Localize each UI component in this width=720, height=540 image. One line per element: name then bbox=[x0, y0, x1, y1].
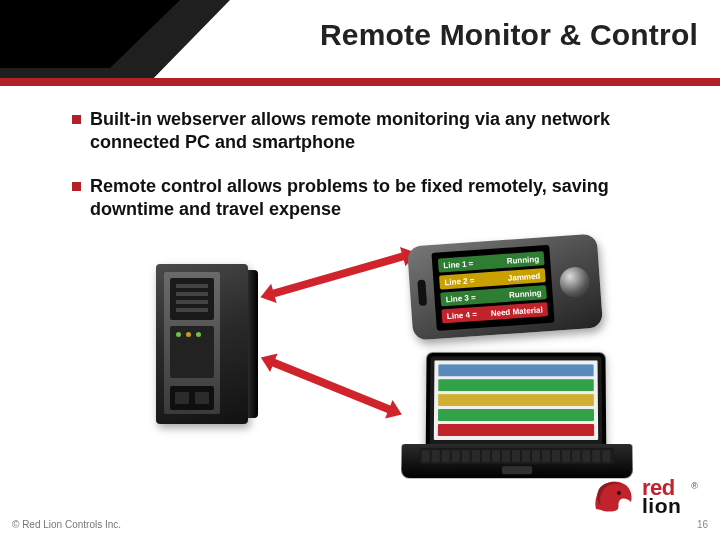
status-label: Line 4 = bbox=[447, 310, 478, 321]
bullet-text: Built-in webserver allows remote monitor… bbox=[90, 108, 650, 153]
status-value: Jammed bbox=[508, 271, 541, 282]
bullet-item: Built-in webserver allows remote monitor… bbox=[90, 108, 650, 153]
lion-icon bbox=[593, 479, 633, 513]
trackpad-icon bbox=[502, 466, 532, 474]
phone-screen: Line 1 =Running Line 2 =Jammed Line 3 =R… bbox=[431, 245, 554, 331]
logo-text-lion: lion bbox=[642, 497, 681, 514]
status-value: Running bbox=[509, 288, 542, 299]
keyboard-icon bbox=[420, 448, 615, 464]
registered-mark: ® bbox=[691, 481, 698, 491]
diagram: Line 1 =Running Line 2 =Jammed Line 3 =R… bbox=[120, 248, 640, 478]
status-bar bbox=[438, 424, 594, 436]
laptop-image bbox=[401, 353, 632, 481]
industrial-gateway-image bbox=[148, 264, 256, 432]
status-value: Running bbox=[506, 254, 539, 265]
double-arrow-icon bbox=[271, 358, 393, 413]
status-label: Line 3 = bbox=[445, 293, 476, 304]
status-bar bbox=[438, 379, 594, 391]
status-bar bbox=[438, 364, 593, 376]
bullet-marker-icon bbox=[72, 182, 81, 191]
smartphone-image: Line 1 =Running Line 2 =Jammed Line 3 =R… bbox=[407, 233, 603, 340]
svg-point-2 bbox=[617, 491, 621, 495]
speaker-icon bbox=[417, 280, 427, 306]
status-bar bbox=[438, 394, 594, 406]
bullet-marker-icon bbox=[72, 115, 81, 124]
corner-decoration bbox=[0, 0, 230, 86]
bullet-text: Remote control allows problems to be fix… bbox=[90, 175, 650, 220]
status-bar bbox=[438, 409, 594, 421]
slide-title: Remote Monitor & Control bbox=[320, 18, 698, 52]
slide: { "title": "Remote Monitor & Control", "… bbox=[0, 0, 720, 540]
brand-logo: red lion ® bbox=[593, 479, 698, 514]
copyright-text: © Red Lion Controls Inc. bbox=[12, 519, 121, 530]
page-number: 16 bbox=[697, 519, 708, 530]
bullet-item: Remote control allows problems to be fix… bbox=[90, 175, 650, 220]
laptop-screen bbox=[434, 360, 598, 440]
content-area: Built-in webserver allows remote monitor… bbox=[0, 108, 720, 242]
double-arrow-icon bbox=[271, 252, 406, 298]
status-value: Need Material bbox=[490, 305, 543, 318]
title-underline bbox=[0, 78, 720, 86]
slide-header: Remote Monitor & Control bbox=[0, 0, 720, 95]
status-label: Line 2 = bbox=[444, 276, 475, 287]
status-label: Line 1 = bbox=[443, 259, 474, 270]
